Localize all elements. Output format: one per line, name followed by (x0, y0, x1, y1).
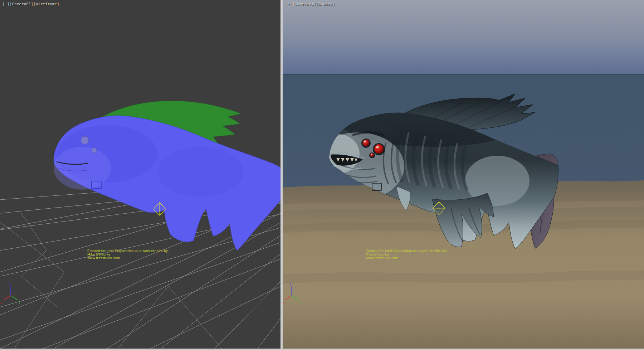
axis-z-label: z (289, 282, 291, 286)
axis-x-label: x (1, 301, 3, 304)
viewport-bottom-border (0, 349, 644, 350)
credit-line-1: Created for Intel Corporation as a work … (87, 249, 169, 253)
axis-x-label: x (283, 301, 285, 304)
credit-line-2: Mike O'Rourke (87, 253, 169, 256)
viewport-general-menu[interactable]: [+] (3, 2, 10, 6)
axis-tripod: z x y (1, 282, 21, 304)
axis-y-label: y (299, 301, 301, 304)
body-highlight (54, 147, 111, 190)
viewport-shaded[interactable]: [+][Camera01][Shaded] (283, 0, 644, 349)
fish-eye (92, 148, 97, 153)
credit-text: Created for Intel Corporation as a work … (366, 249, 447, 260)
wireframe-fish-model[interactable] (54, 101, 280, 251)
credit-line-3: www.fritzstudio.com (366, 256, 447, 260)
viewport-general-menu[interactable]: [+] (285, 2, 292, 6)
viewport-camera-menu[interactable]: [Camera01] (292, 2, 316, 6)
viewport-label: [+][Camera01][Shaded] (285, 2, 335, 6)
viewport-shading-menu[interactable]: [Wireframe] (33, 2, 59, 6)
credit-line-2: Mike O'Rourke (366, 253, 447, 256)
credit-text: Created for Intel Corporation as a work … (87, 249, 169, 260)
axis-z-label: z (9, 282, 11, 286)
credit-line-1: Created for Intel Corporation as a work … (366, 249, 447, 253)
viewport-shading-menu[interactable]: [Shaded] (316, 2, 335, 6)
viewport-wireframe[interactable]: [+][Camera01][Wireframe] (0, 0, 280, 349)
credit-line-3: www.fritzstudio.com (87, 256, 169, 260)
viewport-camera-menu[interactable]: [Camera01] (10, 2, 33, 6)
sky (283, 0, 644, 74)
fish-eye (81, 136, 89, 144)
dual-viewport-area: [+][Camera01][Wireframe] (0, 0, 644, 350)
horizon-line (283, 74, 644, 75)
body-shading (157, 147, 243, 197)
viewport-divider[interactable] (280, 0, 283, 350)
viewport-label: [+][Camera01][Wireframe] (3, 2, 59, 6)
axis-y-label: y (19, 301, 21, 304)
